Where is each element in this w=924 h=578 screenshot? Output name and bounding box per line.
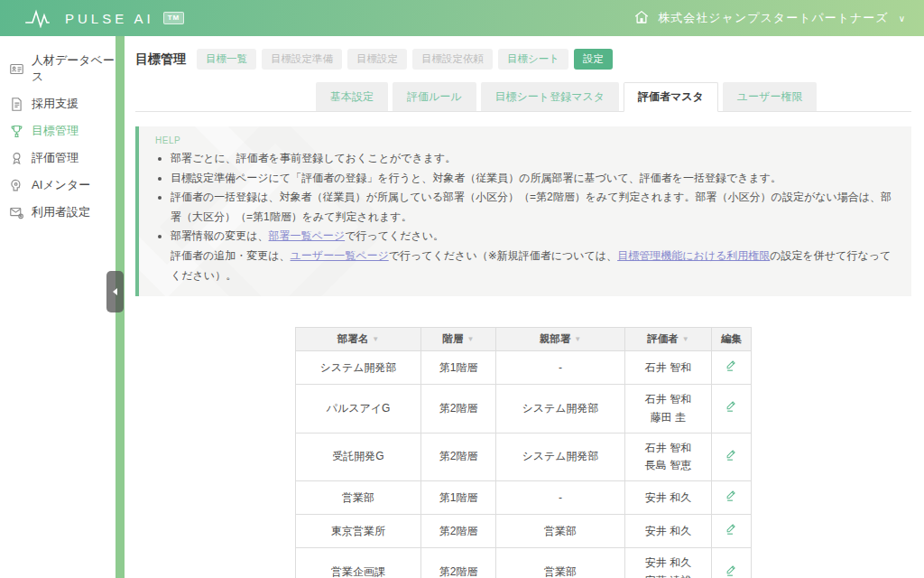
sidebar-item-id-card[interactable]: 人材データベース [0,47,125,90]
edit-button[interactable] [725,521,738,536]
evaluator-name: 安藤 達裕 [631,573,706,578]
evaluator-table-wrap: 部署名▼階層▼親部署▼評価者▼編集システム開発部第1階層-石井 智和パルスアイG… [135,327,911,578]
sidebar-item-user-settings[interactable]: 利用者設定 [0,199,125,226]
edit-button[interactable] [725,398,738,413]
edit-cell [712,548,752,578]
sidebar-item-medal[interactable]: 評価管理 [0,144,125,172]
settings-tab-4[interactable]: ユーザー権限 [723,82,818,111]
help-line: 評価者の追加・変更は、ユーザー一覧ページで行ってください（※新規評価者については… [171,247,895,285]
level-cell: 第1階層 [421,481,496,515]
level-cell: 第2階層 [421,548,496,578]
table-row: 受託開発G第2階層システム開発部石井 智和長島 智恵 [296,433,752,480]
help-list: 部署ごとに、評価者を事前登録しておくことができます。目標設定準備ページにて「評価… [155,149,895,285]
edit-button[interactable] [725,563,738,577]
subnav-pill-0[interactable]: 目標一覧 [197,49,256,70]
table-row: 営業部第1階層-安井 和久 [296,481,752,515]
edit-cell [712,351,752,385]
app-header: PULSE AI TM 株式会社ジャンプスタートパートナーズ ∨ [0,0,924,36]
home-icon [633,9,650,28]
parent-department-cell: - [496,481,625,515]
subnav-pill-5[interactable]: 設定 [574,49,613,70]
help-link[interactable]: 目標管理機能における利用権限 [617,249,770,262]
app-logo-text: PULSE AI [65,11,154,26]
sort-arrow-icon[interactable]: ▼ [574,335,581,343]
page-title-row: 目標管理 目標一覧目標設定準備目標設定目標設定依頼目標シート設定 [135,49,911,70]
help-text: 評価者の追加・変更は、 [171,249,291,262]
settings-tab-1[interactable]: 評価ルール [393,82,476,111]
pencil-icon [725,488,738,502]
table-row: 東京営業所第2階層営業部安井 和久 [296,515,752,548]
subnav-pill-4[interactable]: 目標シート [498,49,568,70]
id-card-icon [9,61,24,77]
column-header[interactable]: 評価者▼ [625,328,712,351]
edit-cell [712,481,752,515]
company-selector[interactable]: 株式会社ジャンプスタートパートナーズ ∨ [633,9,906,28]
evaluator-name: 長島 智恵 [631,457,706,474]
sort-arrow-icon[interactable]: ▼ [467,335,475,343]
evaluators-cell: 石井 智和長島 智恵 [625,433,712,480]
table-row: パルスアイG第2階層システム開発部石井 智和藤田 圭 [296,385,752,433]
sidebar-item-label: 人材データベース [32,52,119,85]
level-cell: 第2階層 [421,385,496,433]
department-cell: 営業企画課 [296,548,421,578]
table-row: システム開発部第1階層-石井 智和 [296,351,752,385]
help-link[interactable]: ユーザー一覧ページ [291,249,389,262]
subnav-pill-3[interactable]: 目標設定依頼 [412,49,493,70]
column-header[interactable]: 親部署▼ [496,328,625,351]
subnav-pill-2[interactable]: 目標設定 [347,49,407,70]
settings-tab-2[interactable]: 目標シート登録マスタ [481,82,619,111]
sort-arrow-icon[interactable]: ▼ [372,335,379,343]
evaluators-cell: 安井 和久 [625,481,712,515]
level-cell: 第2階層 [421,433,496,480]
evaluator-name: 安井 和久 [631,523,706,540]
parent-department-cell: システム開発部 [496,433,625,480]
goal-icon [9,124,24,139]
app-logo: PULSE AI TM [25,8,184,28]
help-text: 評価者の一括登録は、対象者（従業員）が所属している部署（小区分）（=第2階層）を… [171,191,892,223]
edit-button[interactable] [725,358,738,372]
subnav-pills: 目標一覧目標設定準備目標設定目標設定依頼目標シート設定 [197,49,613,70]
pencil-icon [725,447,738,461]
evaluator-name: 藤田 圭 [631,409,706,426]
parent-department-cell: システム開発部 [496,385,625,433]
department-cell: システム開発部 [296,351,421,385]
evaluators-cell: 石井 智和藤田 圭 [625,385,712,433]
page-title: 目標管理 [135,51,186,68]
sort-arrow-icon[interactable]: ▼ [682,335,689,343]
table-row: 営業企画課第2階層営業部安井 和久安藤 達裕 [296,548,752,578]
help-line: 部署情報の変更は、部署一覧ページで行ってください。 [171,227,895,247]
evaluators-cell: 安井 和久 [625,515,712,548]
evaluator-name: 安井 和久 [631,555,706,572]
help-line: 目標設定準備ページにて「評価者の登録」を行うと、対象者（従業員）の所属部署に基づ… [171,169,895,189]
table-header-row: 部署名▼階層▼親部署▼評価者▼編集 [296,328,752,351]
column-header[interactable]: 部署名▼ [296,328,421,351]
edit-cell [712,385,752,433]
help-item: 評価者の一括登録は、対象者（従業員）が所属している部署（小区分）（=第2階層）を… [171,188,895,227]
column-header[interactable]: 階層▼ [421,328,496,351]
sidebar-item-ai-mentor[interactable]: AIメンター [0,172,125,199]
column-header: 編集 [712,328,752,351]
ai-mentor-icon [9,178,24,193]
help-text: 部署情報の変更は、 [171,229,269,242]
settings-tab-0[interactable]: 基本設定 [316,82,388,111]
help-text: で行ってください。 [345,229,444,242]
edit-cell [712,433,752,480]
help-line: 評価者の一括登録は、対象者（従業員）が所属している部署（小区分）（=第2階層）を… [171,188,895,227]
edit-button[interactable] [725,488,738,502]
evaluator-master-table: 部署名▼階層▼親部署▼評価者▼編集システム開発部第1階層-石井 智和パルスアイG… [295,327,752,578]
sidebar-item-document[interactable]: 採用支援 [0,90,125,117]
document-icon [9,97,24,112]
level-cell: 第2階層 [421,515,496,548]
parent-department-cell: 営業部 [496,515,625,548]
sidebar-item-goal[interactable]: 目標管理 [0,117,125,144]
subnav-pill-1[interactable]: 目標設定準備 [262,49,342,70]
evaluators-cell: 安井 和久安藤 達裕 [625,548,712,578]
help-text: で行ってください（※新規評価者については、 [389,249,617,262]
help-item: 目標設定準備ページにて「評価者の登録」を行うと、対象者（従業員）の所属部署に基づ… [171,169,895,189]
sidebar-collapse-handle[interactable] [106,271,124,312]
edit-button[interactable] [725,447,738,461]
edit-cell [712,515,752,548]
column-header-label: 部署名 [337,333,369,344]
settings-tab-3[interactable]: 評価者マスタ [624,82,718,112]
help-link[interactable]: 部署一覧ページ [269,229,346,242]
